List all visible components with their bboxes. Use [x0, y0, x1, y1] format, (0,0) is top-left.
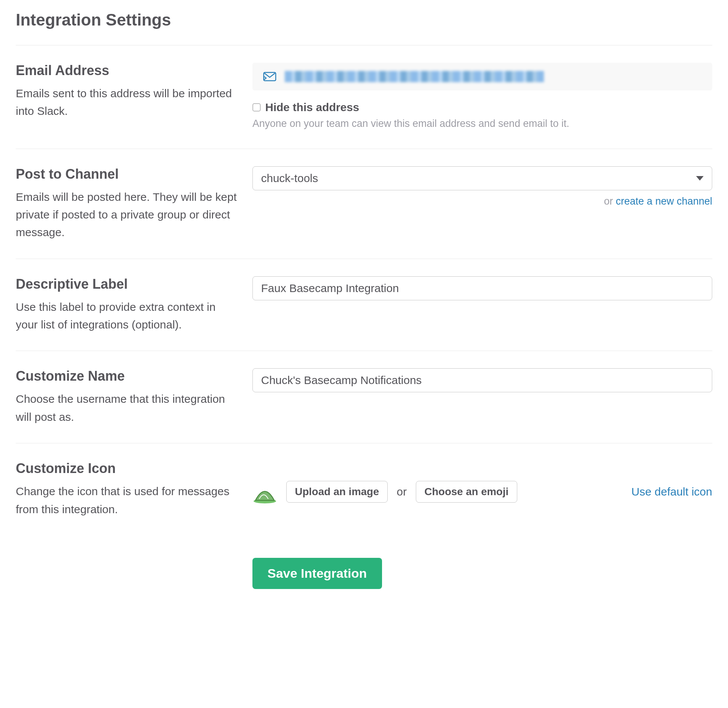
name-heading: Customize Name: [16, 368, 237, 384]
icon-heading: Customize Icon: [16, 461, 237, 476]
name-input[interactable]: [252, 368, 712, 392]
section-name: Customize Name Choose the username that …: [16, 351, 712, 443]
use-default-icon-link[interactable]: Use default icon: [631, 485, 712, 498]
channel-heading: Post to Channel: [16, 166, 237, 182]
save-integration-button[interactable]: Save Integration: [252, 558, 382, 589]
email-desc: Emails sent to this address will be impo…: [16, 84, 237, 120]
label-input[interactable]: [252, 276, 712, 300]
email-address-redacted: [285, 71, 544, 82]
email-address-box: [252, 63, 712, 90]
name-desc: Choose the username that this integratio…: [16, 390, 237, 426]
channel-helper-or: or: [604, 196, 616, 207]
create-channel-link[interactable]: create a new channel: [616, 196, 712, 207]
channel-desc: Emails will be posted here. They will be…: [16, 188, 237, 241]
integration-icon-preview: [252, 479, 277, 504]
page-title: Integration Settings: [16, 11, 712, 29]
hide-address-subtext: Anyone on your team can view this email …: [252, 116, 712, 131]
label-heading: Descriptive Label: [16, 276, 237, 292]
icon-desc: Change the icon that is used for message…: [16, 482, 237, 518]
email-incoming-icon: [263, 71, 276, 82]
channel-select[interactable]: chuck-tools: [252, 166, 712, 190]
chevron-down-icon: [696, 176, 704, 181]
icon-or-text: or: [397, 485, 407, 498]
channel-helper: or create a new channel: [252, 196, 712, 207]
section-channel: Post to Channel Emails will be posted he…: [16, 149, 712, 259]
label-desc: Use this label to provide extra context …: [16, 298, 237, 334]
email-heading: Email Address: [16, 63, 237, 78]
hide-address-label: Hide this address: [265, 101, 359, 114]
section-email: Email Address Emails sent to this addres…: [16, 45, 712, 149]
channel-select-value: chuck-tools: [261, 172, 318, 185]
section-label: Descriptive Label Use this label to prov…: [16, 259, 712, 351]
section-icon: Customize Icon Change the icon that is u…: [16, 443, 712, 535]
hide-address-checkbox[interactable]: [252, 103, 261, 111]
upload-image-button[interactable]: Upload an image: [286, 481, 388, 503]
choose-emoji-button[interactable]: Choose an emoji: [416, 481, 517, 503]
